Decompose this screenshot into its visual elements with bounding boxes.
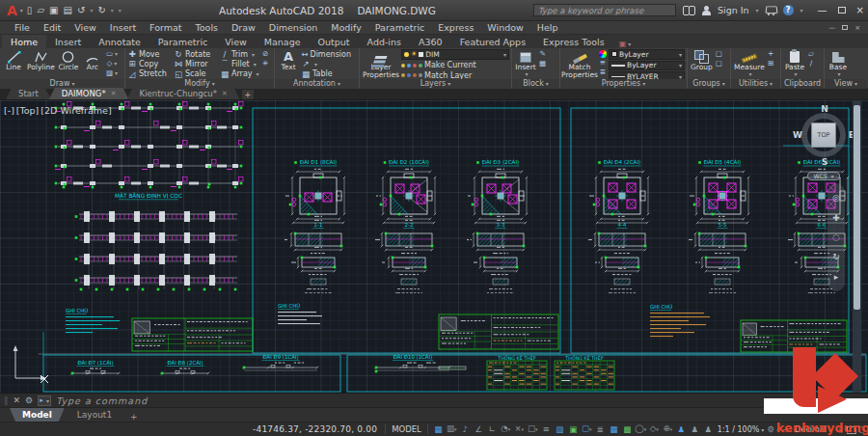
arc-button[interactable]: Arc	[81, 49, 104, 71]
circle-button[interactable]: Circle	[57, 49, 80, 71]
close-button[interactable]: ×	[856, 5, 864, 15]
file-tab-daimong[interactable]: DAIMONG*✕	[49, 88, 129, 99]
plot-icon[interactable]: ▤	[64, 5, 72, 15]
open-icon[interactable]: ▱	[37, 5, 44, 15]
base-button[interactable]: Base	[827, 49, 850, 77]
lineweight-display-icon[interactable]: ≡	[540, 423, 553, 436]
new-icon[interactable]: ▯	[27, 5, 33, 15]
wcs-menu[interactable]: WCS	[807, 172, 840, 180]
object-snap-icon[interactable]: □▾	[527, 422, 539, 436]
navigation-bar[interactable]: ◎ ✚ ◌ ↻ ▸	[827, 183, 845, 291]
menu-draw[interactable]: Draw	[225, 22, 262, 33]
menu-insert[interactable]: Insert	[103, 22, 143, 33]
snap-mode-icon[interactable]: ▥▾	[446, 422, 458, 436]
drawing-viewport[interactable]: MẶT BẰNG ĐỊNH VỊ CỌCGHI CHÚGHI CHÚGHI CH…	[0, 100, 868, 393]
scale-button[interactable]: ◱Scale	[174, 69, 219, 79]
file-tab-start[interactable]: Start	[6, 88, 51, 99]
file-tab-kientruc-chungcu[interactable]: Kientruc-Chungcu*✕	[127, 88, 240, 99]
command-prompt[interactable]: Type a command	[56, 395, 148, 406]
menu-edit[interactable]: Edit	[37, 22, 68, 33]
app-store-cart-icon[interactable]	[766, 6, 776, 14]
ribbon-tab-insert[interactable]: Insert	[46, 35, 90, 48]
orbit-icon[interactable]: ↻	[832, 252, 840, 261]
showmotion-icon[interactable]: ▸	[834, 272, 839, 282]
move-button[interactable]: ✚Move	[127, 49, 173, 59]
doc-restore-button[interactable]	[842, 25, 848, 30]
tab-model[interactable]: Model	[10, 408, 65, 422]
doc-minimize-button[interactable]: —	[828, 24, 835, 32]
mirror-button[interactable]: ⋈Mirror	[174, 59, 219, 68]
stretch-button[interactable]: ◿Stretch	[127, 69, 173, 79]
menu-modify[interactable]: Modify	[324, 22, 367, 33]
workspace-switching-icon[interactable]: ▢▾	[581, 422, 593, 436]
rotate-button[interactable]: ↻Rotate	[174, 49, 219, 59]
erase-icon[interactable]: ⊘	[262, 49, 268, 59]
polar-tracking-icon[interactable]: ∠	[473, 423, 485, 436]
cut-clip-icon[interactable]: ∕	[808, 59, 814, 68]
ribbon-tab-output[interactable]: Output	[310, 35, 359, 48]
viewport-visual-style-control[interactable]: [2D Wireframe]	[41, 105, 111, 116]
panel-title-clipboard[interactable]: Clipboard	[781, 79, 824, 89]
ellipse-icon[interactable]: ◇	[106, 59, 118, 68]
model-space-button[interactable]: MODEL	[385, 424, 428, 434]
ribbon-tab-featured-apps[interactable]: Featured Apps	[451, 35, 534, 48]
fillet-button[interactable]: ⌒Fillet	[220, 59, 260, 68]
autoscale-icon[interactable]: ◇▾	[648, 422, 661, 436]
menu-format[interactable]: Format	[143, 22, 188, 33]
command-close-icon[interactable]: ✕	[14, 395, 21, 405]
search-input[interactable]	[533, 4, 676, 16]
match-properties-button[interactable]: Match Properties	[562, 49, 597, 79]
explode-icon[interactable]: ✳	[262, 59, 268, 68]
ribbon-tab-a360[interactable]: A360	[410, 35, 451, 48]
ribbon-tab-express-tools[interactable]: Express Tools	[534, 35, 613, 48]
layer-select[interactable]: ☀ DIM	[401, 49, 509, 60]
menu-view[interactable]: View	[68, 22, 103, 33]
viewcube-north[interactable]: N	[795, 104, 854, 114]
customization-icon[interactable]: ≣	[594, 423, 607, 436]
sign-in-avatar-icon[interactable]	[702, 6, 711, 15]
quick-select-icon[interactable]: +	[768, 49, 773, 59]
command-line[interactable]: ∥ ✕ ⚙ ▸ Type a command	[0, 393, 868, 407]
command-drag-handle-icon[interactable]: ∥	[4, 395, 9, 405]
text-button[interactable]: A Text	[277, 49, 300, 71]
copy-clip-icon[interactable]: ▱	[808, 49, 814, 59]
dynamic-input-icon[interactable]: ♪	[459, 423, 472, 436]
group-edit-icon[interactable]: ▢	[716, 59, 722, 68]
make-current-button[interactable]: Make Current	[401, 61, 509, 70]
isometric-drafting-icon[interactable]: ◔▾	[500, 422, 512, 436]
polyline-button[interactable]: Polyline	[26, 49, 56, 71]
panel-title-layers[interactable]: Layers	[360, 79, 511, 89]
panel-title-block[interactable]: Block	[512, 79, 559, 89]
menu-help[interactable]: Help	[530, 22, 565, 33]
transparency-icon[interactable]: ▨	[554, 423, 566, 436]
hardware-acceleration-icon[interactable]: ▩	[621, 423, 634, 436]
menu-file[interactable]: File	[8, 22, 37, 33]
panel-title-view[interactable]: View	[825, 79, 867, 89]
linetype-select[interactable]: BYLAYER	[609, 71, 685, 79]
undo-chevron-icon[interactable]: ▾	[90, 7, 93, 14]
autocad-logo-icon[interactable]: A	[4, 1, 20, 20]
ribbon-tab-view[interactable]: View	[216, 35, 256, 48]
pan-icon[interactable]: ✚	[832, 213, 840, 223]
navigation-wheel-icon[interactable]: ◎	[832, 193, 840, 203]
file-tab-close-icon[interactable]: ✕	[111, 90, 117, 97]
object-color-select[interactable]: ByLayer	[609, 49, 685, 60]
hatch-icon[interactable]: ▨	[106, 68, 118, 78]
cad-canvas[interactable]: MẶT BẰNG ĐỊNH VỊ CỌCGHI CHÚGHI CHÚGHI CH…	[0, 100, 868, 393]
save-icon[interactable]: ▣	[49, 5, 58, 15]
ribbon-tab-add-ins[interactable]: Add-ins	[359, 35, 410, 48]
lineweight-select[interactable]: ByLayer	[609, 61, 685, 71]
paste-button[interactable]: Paste	[783, 49, 806, 77]
recent-commands-icon[interactable]: ▸	[38, 395, 51, 406]
line-button[interactable]: Line	[2, 49, 25, 71]
ribbon-tab-manage[interactable]: Manage	[256, 35, 310, 48]
leader-button[interactable]: ↗	[301, 59, 351, 68]
viewport-menu-control[interactable]: [-]	[4, 105, 14, 116]
selection-filter-icon[interactable]: ♟	[689, 423, 701, 436]
panel-title-utilities[interactable]: Utilities	[731, 79, 780, 89]
redo-icon[interactable]: ↻	[97, 5, 105, 15]
redo-chevron-icon[interactable]: ▾	[111, 7, 114, 14]
table-button[interactable]: ▦Table	[301, 69, 351, 79]
ribbon-tab-annotate[interactable]: Annotate	[90, 35, 149, 48]
layer-properties-button[interactable]: Layer Properties	[362, 49, 400, 79]
